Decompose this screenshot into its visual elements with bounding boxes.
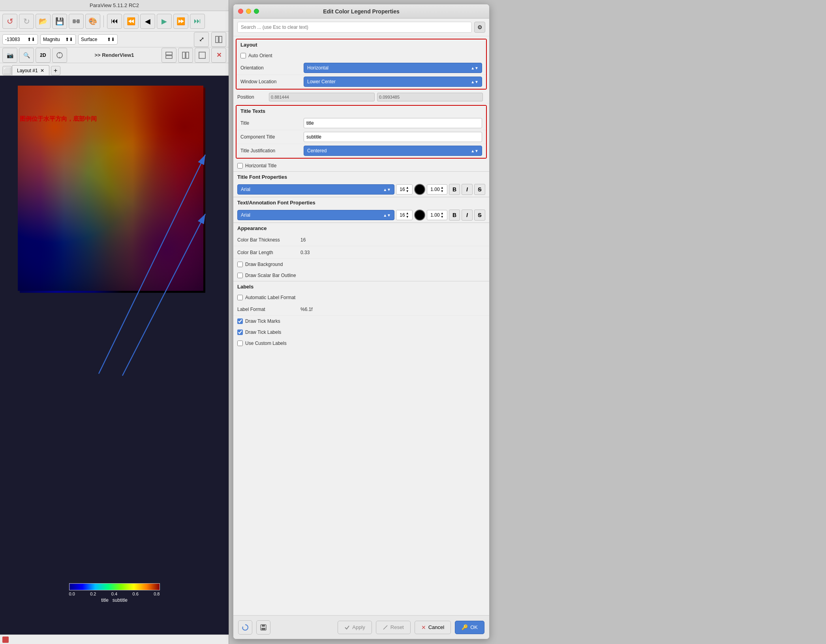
close-tab-icon[interactable]: ✕ [40, 68, 44, 73]
position-row: Position 0.881444 0.0993485 [233, 91, 489, 103]
id-dropdown[interactable]: -13083 ⬆⬇ [2, 34, 38, 45]
annotation-strikethrough-button[interactable]: S [474, 210, 485, 221]
draw-tick-labels-label: Draw Tick Labels [245, 329, 281, 335]
title-input[interactable] [304, 118, 482, 128]
title-justification-row: Title Justification Centered ▲▼ [237, 144, 486, 158]
layout-tab[interactable]: Layout #1 ✕ [12, 65, 49, 75]
annotation-bold-button[interactable]: B [449, 210, 460, 221]
palette-button[interactable]: 🎨 [85, 14, 100, 29]
draw-tick-marks-checkbox[interactable] [237, 318, 243, 324]
auto-orient-checkbox[interactable] [240, 53, 246, 58]
toolbar-row-2: -13083 ⬆⬇ Magnitu ⬆⬇ Surface ⬆⬇ ⤢ [0, 32, 229, 47]
svg-rect-12 [199, 52, 205, 58]
svg-rect-10 [182, 52, 185, 58]
close-view-button[interactable]: ✕ [211, 48, 226, 63]
component-title-input[interactable] [304, 132, 482, 142]
annotation-italic-button[interactable]: I [462, 210, 473, 221]
redo-button[interactable]: ↻ [19, 14, 34, 29]
draw-scalar-bar-outline-checkbox[interactable] [237, 273, 243, 278]
svg-rect-9 [166, 56, 172, 58]
paraview-title: ParaView 5.11.2 RC2 [90, 2, 139, 8]
apply-checkmark-icon [344, 625, 350, 630]
title-font-size-spinner[interactable]: 16 ▲▼ [396, 184, 413, 195]
window-icon[interactable]: ⬜ [2, 66, 12, 75]
layout-split-v[interactable] [178, 48, 193, 63]
color-bar-thickness-row: Color Bar Thickness 16 [233, 234, 489, 246]
zoom-button[interactable]: 🔍 [19, 48, 34, 63]
position-val-1: 0.881444 [269, 93, 375, 101]
play-button[interactable]: ▶ [157, 14, 172, 29]
paraview-window: ParaView 5.11.2 RC2 ↺ ↻ 📂 💾 🎨 ⏮ ⏪ ◀ ▶ ⏩ … [0, 0, 229, 644]
annotation-font-size-spinner[interactable]: 16 ▲▼ [396, 210, 413, 220]
cancel-button[interactable]: ✕ Cancel [415, 621, 451, 634]
close-window-button[interactable] [238, 9, 243, 14]
representation-dropdown[interactable]: Surface ⬆⬇ [78, 34, 118, 45]
undo-button[interactable]: ↺ [2, 14, 17, 29]
ok-button[interactable]: 🔑 OK [455, 621, 484, 634]
layout-h-icon [165, 52, 173, 59]
camera-button[interactable]: 📷 [2, 48, 17, 63]
draw-tick-labels-checkbox[interactable] [237, 329, 243, 335]
annotation-font-opacity-spinner[interactable]: 1.00 ▲▼ [427, 210, 447, 220]
annotation-font-select[interactable]: Arial ▲▼ [237, 210, 394, 220]
position-val-2: 0.0993485 [377, 93, 483, 101]
annotation-font-color-button[interactable] [414, 210, 425, 221]
add-tab-button[interactable]: + [51, 66, 60, 75]
appearance-header: Appearance [233, 223, 489, 234]
window-location-dropdown[interactable]: Lower Center ▲▼ [304, 77, 482, 87]
measure-button[interactable] [52, 48, 67, 63]
label-format-row: Label Format %6.1f [233, 303, 489, 316]
error-indicator[interactable] [2, 637, 9, 643]
save-button[interactable]: 💾 [52, 14, 67, 29]
paraview-title-bar: ParaView 5.11.2 RC2 [0, 0, 229, 11]
orientation-dropdown[interactable]: Horizontal ▲▼ [304, 63, 482, 73]
label-format-label: Label Format [237, 307, 300, 312]
prev-frame-button[interactable]: ◀ [140, 14, 155, 29]
draw-background-label: Draw Background [245, 262, 283, 267]
automatic-label-format-checkbox[interactable] [237, 295, 243, 300]
maximize-button[interactable] [195, 48, 210, 63]
title-font-opacity-spinner[interactable]: 1.00 ▲▼ [427, 184, 447, 195]
open-file-button[interactable]: 📂 [36, 14, 51, 29]
draw-background-checkbox[interactable] [237, 262, 243, 267]
annotation-font-row: Arial ▲▼ 16 ▲▼ 1.00 ▲▼ B I S [233, 208, 489, 223]
orientation-row: Orientation Horizontal ▲▼ [237, 61, 486, 75]
view-split-button[interactable] [211, 32, 226, 47]
minimize-window-button[interactable] [246, 9, 251, 14]
svg-rect-20 [262, 625, 265, 627]
view-expand-button[interactable]: ⤢ [194, 32, 209, 47]
layout-section-highlighted: Layout Auto Orient Orientation Horizonta… [236, 39, 487, 90]
variable-dropdown[interactable]: Magnitu ⬆⬇ [40, 34, 76, 45]
window-location-row: Window Location Lower Center ▲▼ [237, 75, 486, 89]
maximize-window-button[interactable] [254, 9, 259, 14]
svg-rect-0 [73, 19, 76, 23]
use-custom-labels-checkbox[interactable] [237, 341, 243, 346]
refresh-button[interactable] [238, 620, 252, 635]
next-frame-button[interactable]: ⏩ [173, 14, 188, 29]
2d-button[interactable]: 2D [36, 48, 51, 63]
search-settings-button[interactable]: ⚙ [474, 22, 485, 33]
apply-button[interactable]: Apply [338, 621, 372, 634]
reset-button[interactable]: Reset [376, 621, 411, 634]
draw-scalar-bar-outline-row: Draw Scalar Bar Outline [233, 270, 489, 281]
title-strikethrough-button[interactable]: S [474, 184, 485, 195]
title-justification-dropdown[interactable]: Centered ▲▼ [304, 146, 482, 156]
step-back-button[interactable]: ⏪ [124, 14, 139, 29]
connect-button[interactable] [69, 14, 84, 29]
horizontal-title-checkbox[interactable] [237, 163, 243, 168]
title-italic-button[interactable]: I [462, 184, 473, 195]
title-font-select[interactable]: Arial ▲▼ [237, 184, 394, 195]
legend-tick-labels: 0.0 0.2 0.4 0.6 0.8 [69, 592, 160, 596]
toolbar-row-1: ↺ ↻ 📂 💾 🎨 ⏮ ⏪ ◀ ▶ ⏩ ⏭ [0, 11, 229, 32]
title-bold-button[interactable]: B [449, 184, 460, 195]
save-settings-button[interactable] [256, 620, 270, 635]
layout-split-h[interactable] [161, 48, 176, 63]
svg-line-22 [383, 625, 387, 629]
title-texts-section-highlighted: Title Texts Title Component Title Title … [236, 105, 487, 159]
search-input[interactable] [237, 22, 472, 33]
skip-end-button[interactable]: ⏭ [190, 14, 205, 29]
svg-rect-21 [261, 628, 265, 630]
title-font-color-button[interactable] [414, 184, 425, 195]
maximize-icon [199, 52, 206, 59]
skip-start-button[interactable]: ⏮ [107, 14, 122, 29]
